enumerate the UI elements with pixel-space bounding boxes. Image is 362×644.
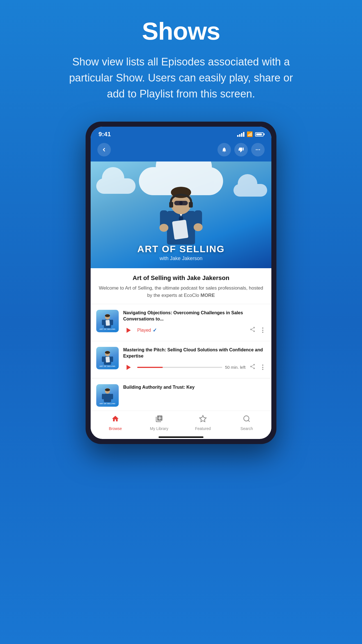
page-title: Shows xyxy=(142,17,220,45)
episode-actions: Played ✓ ⋮ xyxy=(123,325,266,335)
show-title: ART OF SELLING xyxy=(99,244,263,254)
person-figure xyxy=(150,180,212,246)
svg-point-17 xyxy=(159,224,168,232)
phone-shell: 9:41 📶 xyxy=(86,122,276,444)
svg-rect-33 xyxy=(102,394,104,399)
episodes-list: ART OF SELLING Navigating Objections: Ov… xyxy=(91,304,271,411)
episode-content: Building Authority and Trust: Key xyxy=(123,384,266,393)
thumb-label: ART OF SELLING xyxy=(97,365,118,367)
svg-point-30 xyxy=(105,351,110,354)
svg-point-37 xyxy=(244,416,249,421)
episode-thumbnail: ART OF SELLING xyxy=(96,310,119,332)
episode-actions: 50 min. left ⋮ xyxy=(123,362,266,372)
tab-browse[interactable]: Browse xyxy=(104,415,127,431)
svg-rect-29 xyxy=(106,357,110,363)
thumb-label: ART OF SELLING xyxy=(97,403,118,404)
tab-search[interactable]: Search xyxy=(235,415,258,431)
more-options-button[interactable] xyxy=(251,143,265,156)
played-status: Played ✓ xyxy=(137,327,157,333)
svg-point-2 xyxy=(259,149,260,150)
featured-icon xyxy=(199,415,207,425)
episode-thumbnail: ART OF SELLING xyxy=(96,384,119,407)
phone-screen: 9:41 📶 xyxy=(91,127,271,439)
tab-my-library[interactable]: My Library xyxy=(148,415,170,431)
svg-rect-32 xyxy=(104,394,111,402)
episode-title: Navigating Objections: Overcoming Challe… xyxy=(123,310,266,322)
episode-thumbnail: ART OF SELLING xyxy=(96,347,119,369)
thumbsdown-button[interactable] xyxy=(234,143,248,156)
show-artwork: ART OF SELLING with Jake Jakerson xyxy=(91,161,271,268)
header-nav xyxy=(91,140,271,161)
library-label: My Library xyxy=(150,426,168,431)
svg-marker-36 xyxy=(200,415,206,422)
svg-point-1 xyxy=(257,149,258,150)
cloud-right xyxy=(233,184,267,197)
svg-rect-13 xyxy=(189,202,193,208)
show-subtitle: with Jake Jakerson xyxy=(99,256,263,261)
battery-icon xyxy=(255,132,264,136)
svg-rect-22 xyxy=(111,320,113,325)
page-subtitle: Show view lists all Episodes associated … xyxy=(69,54,293,102)
svg-rect-23 xyxy=(106,320,110,326)
episode-more-button[interactable]: ⋮ xyxy=(260,364,266,371)
status-time: 9:41 xyxy=(98,131,111,138)
play-button[interactable] xyxy=(123,362,133,372)
svg-rect-34 xyxy=(111,394,113,399)
wifi-icon: 📶 xyxy=(247,131,253,137)
episode-title: Mastering the Pitch: Selling Cloud Solut… xyxy=(123,347,266,359)
episode-content: Mastering the Pitch: Selling Cloud Solut… xyxy=(123,347,266,372)
search-icon xyxy=(243,415,251,425)
episode-meta: ⋮ xyxy=(249,326,266,334)
more-button[interactable]: MORE xyxy=(200,293,215,298)
thumb-label: ART OF SELLING xyxy=(97,328,118,330)
svg-point-24 xyxy=(105,314,110,317)
episode-title: Building Authority and Trust: Key xyxy=(123,384,266,390)
header-actions xyxy=(217,143,265,156)
svg-rect-21 xyxy=(102,320,104,325)
back-button[interactable] xyxy=(97,143,111,156)
status-bar: 9:41 📶 xyxy=(91,127,271,140)
svg-point-35 xyxy=(105,388,110,391)
progress-bar xyxy=(137,367,222,368)
signal-icon xyxy=(237,132,244,137)
svg-rect-28 xyxy=(111,356,113,362)
episode-partial: ART OF SELLING Building Authority and Tr… xyxy=(91,378,271,411)
show-info: Art of Selling with Jake Jakerson Welcom… xyxy=(91,268,271,304)
svg-rect-27 xyxy=(102,356,104,362)
library-icon xyxy=(155,415,163,425)
browse-icon xyxy=(111,415,119,425)
episode-more-button[interactable]: ⋮ xyxy=(260,327,266,334)
progress-fill xyxy=(137,367,163,368)
episode-content: Navigating Objections: Overcoming Challe… xyxy=(123,310,266,335)
time-left: 50 min. left xyxy=(225,365,246,370)
share-button[interactable] xyxy=(249,363,256,371)
bottom-nav: Browse My Library Featured Search xyxy=(91,411,271,434)
tab-featured[interactable]: Featured xyxy=(192,415,214,431)
share-button[interactable] xyxy=(249,326,256,334)
svg-rect-12 xyxy=(169,202,173,208)
svg-rect-14 xyxy=(172,220,189,240)
show-full-name: Art of Selling with Jake Jakerson xyxy=(98,274,264,282)
play-button[interactable] xyxy=(123,325,133,335)
status-icons: 📶 xyxy=(237,131,264,137)
progress-container: 50 min. left xyxy=(137,365,246,370)
episode-item: ART OF SELLING Navigating Objections: Ov… xyxy=(91,304,271,341)
featured-label: Featured xyxy=(195,426,211,431)
show-title-overlay: ART OF SELLING with Jake Jakerson xyxy=(91,238,271,268)
episode-item: ART OF SELLING Mastering the Pitch: Sell… xyxy=(91,341,271,378)
show-description: Welcome to Art of Selling, the ultimate … xyxy=(98,285,264,299)
episode-meta: ⋮ xyxy=(249,363,266,371)
home-indicator xyxy=(159,436,203,438)
svg-point-0 xyxy=(256,149,257,150)
browse-label: Browse xyxy=(109,426,122,431)
svg-point-18 xyxy=(194,223,203,231)
checkmark-icon: ✓ xyxy=(153,327,157,333)
notification-button[interactable] xyxy=(217,143,231,156)
search-label: Search xyxy=(240,426,253,431)
cloud-left xyxy=(96,178,136,194)
svg-rect-8 xyxy=(179,201,188,205)
played-text: Played xyxy=(137,328,151,333)
